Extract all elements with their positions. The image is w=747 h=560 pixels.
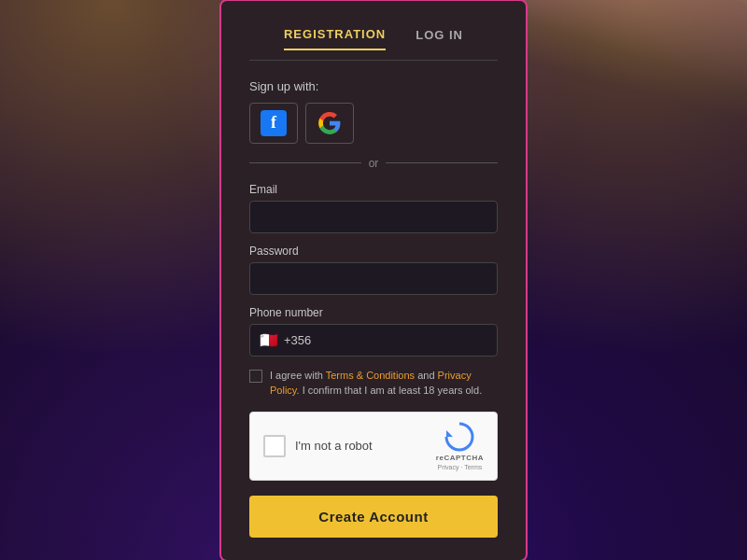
google-button[interactable] xyxy=(305,103,354,144)
recaptcha-brand: reCAPTCHA xyxy=(436,454,484,462)
recaptcha-logo-icon xyxy=(444,422,474,452)
recaptcha-links: Privacy · Terms xyxy=(438,464,483,470)
email-input[interactable] xyxy=(249,201,498,233)
create-account-button[interactable]: Create Account xyxy=(249,496,498,538)
terms-link[interactable]: Terms & Conditions xyxy=(326,370,415,381)
agreement-checkbox[interactable] xyxy=(249,370,262,383)
recaptcha-right: reCAPTCHA Privacy · Terms xyxy=(436,422,484,470)
password-input[interactable] xyxy=(249,262,498,295)
tab-login[interactable]: LOG IN xyxy=(416,27,463,50)
password-label: Password xyxy=(249,245,498,258)
phone-label: Phone number xyxy=(249,306,498,319)
recaptcha-left: I'm not a robot xyxy=(263,435,373,457)
facebook-button[interactable]: f xyxy=(249,103,298,144)
password-field-group: Password xyxy=(249,245,498,295)
phone-flag: 🇲🇹 xyxy=(260,331,278,349)
phone-input[interactable] xyxy=(317,325,487,356)
email-label: Email xyxy=(249,183,498,196)
agreement-row: I agree with Terms & Conditions and Priv… xyxy=(249,368,498,399)
recaptcha-checkbox[interactable] xyxy=(263,435,286,457)
svg-marker-0 xyxy=(446,430,453,437)
signup-with-label: Sign up with: xyxy=(249,79,498,93)
facebook-icon: f xyxy=(261,110,287,136)
tab-bar: REGISTRATION LOG IN xyxy=(249,27,498,61)
google-icon xyxy=(317,111,342,135)
registration-modal: REGISTRATION LOG IN Sign up with: f or E… xyxy=(219,0,528,560)
recaptcha-box[interactable]: I'm not a robot reCAPTCHA Privacy · Term… xyxy=(249,412,498,481)
email-field-group: Email xyxy=(249,183,498,233)
social-buttons: f xyxy=(249,103,498,144)
tab-registration[interactable]: REGISTRATION xyxy=(284,27,386,50)
phone-wrapper: 🇲🇹 +356 xyxy=(249,324,498,357)
recaptcha-label: I'm not a robot xyxy=(295,439,373,453)
phone-field-group: Phone number 🇲🇹 +356 xyxy=(249,306,498,357)
agreement-text: I agree with Terms & Conditions and Priv… xyxy=(270,368,498,399)
or-divider: or xyxy=(249,157,498,170)
phone-code: +356 xyxy=(284,333,311,347)
